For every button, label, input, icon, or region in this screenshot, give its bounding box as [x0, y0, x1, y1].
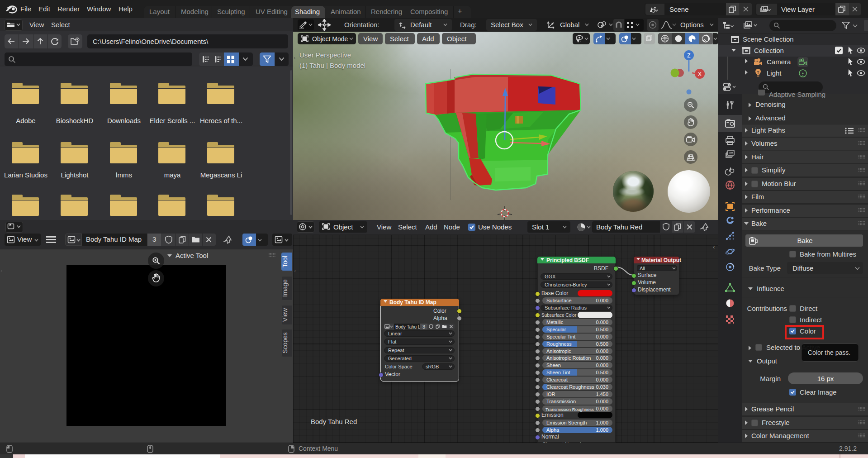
svg-text:Z: Z	[687, 52, 690, 59]
svg-text:X: X	[698, 71, 702, 77]
